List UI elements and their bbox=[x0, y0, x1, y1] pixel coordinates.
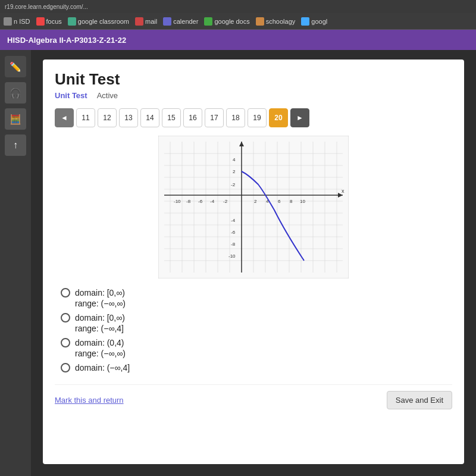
classroom-icon bbox=[68, 17, 76, 26]
header-title: HISD-Algebra II-A-P3013-Z-21-22 bbox=[7, 36, 126, 45]
radio-1[interactable] bbox=[61, 288, 70, 298]
svg-text:2: 2 bbox=[254, 199, 257, 204]
answer-option-2: domain: [0,∞) range: (−∞,4] bbox=[61, 313, 452, 333]
svg-text:-10: -10 bbox=[174, 199, 181, 204]
answer-option-1: domain: [0,∞) range: (−∞,∞) bbox=[61, 288, 452, 308]
mark-return-link[interactable]: Mark this and return bbox=[55, 396, 124, 405]
svg-text:-2: -2 bbox=[223, 199, 228, 204]
option-3-range: range: (−∞,∞) bbox=[75, 349, 452, 358]
nav-btn-19[interactable]: 19 bbox=[248, 108, 267, 127]
svg-text:-6: -6 bbox=[198, 199, 203, 204]
radio-2[interactable] bbox=[61, 313, 70, 322]
nav-btn-20[interactable]: 20 bbox=[269, 108, 288, 127]
option-1-range: range: (−∞,∞) bbox=[75, 299, 452, 308]
svg-text:-8: -8 bbox=[231, 242, 236, 247]
svg-text:-4: -4 bbox=[231, 218, 236, 223]
answer-options: domain: [0,∞) range: (−∞,∞) domain: [0,∞… bbox=[61, 288, 452, 372]
arrow-up-icon-btn[interactable]: ↑ bbox=[5, 134, 26, 156]
nav-btn-12[interactable]: 12 bbox=[98, 108, 117, 127]
left-sidebar: ✏️ 🎧 🧮 ↑ bbox=[0, 50, 31, 476]
bookmark-nisd-label: n ISD bbox=[14, 18, 30, 25]
bookmarks-bar: n ISD focus google classroom mail calend… bbox=[0, 13, 476, 30]
nav-btn-17[interactable]: 17 bbox=[205, 108, 224, 127]
option-4-domain: domain: (−∞,4] bbox=[75, 363, 130, 372]
browser-bar: r19.core.learn.edgenuity.com/... bbox=[0, 0, 476, 13]
mail-icon bbox=[135, 17, 143, 26]
pencil-icon-btn[interactable]: ✏️ bbox=[5, 56, 26, 77]
bookmark-docs[interactable]: google docs bbox=[204, 17, 249, 26]
prev-button[interactable]: ◄ bbox=[55, 108, 74, 127]
purple-header: HISD-Algebra II-A-P3013-Z-21-22 bbox=[0, 30, 476, 50]
nav-btn-13[interactable]: 13 bbox=[119, 108, 138, 127]
svg-text:-6: -6 bbox=[231, 230, 236, 235]
breadcrumb: Unit Test Active bbox=[55, 91, 452, 100]
headphones-icon-btn[interactable]: 🎧 bbox=[5, 82, 26, 104]
bookmark-docs-label: google docs bbox=[214, 18, 249, 25]
google-icon bbox=[301, 17, 309, 26]
svg-text:x: x bbox=[342, 188, 345, 194]
calculator-icon-btn[interactable]: 🧮 bbox=[5, 108, 26, 130]
bottom-bar: Mark this and return Save and Exit bbox=[55, 384, 452, 409]
bookmark-google-label: googl bbox=[311, 18, 327, 25]
docs-icon bbox=[204, 17, 212, 26]
radio-3[interactable] bbox=[61, 338, 70, 347]
option-1-domain: domain: [0,∞) bbox=[75, 288, 125, 298]
nav-btn-15[interactable]: 15 bbox=[162, 108, 181, 127]
bookmark-schoology[interactable]: schoolagy bbox=[256, 17, 296, 26]
calendar-icon bbox=[163, 17, 171, 26]
svg-text:-2: -2 bbox=[231, 182, 236, 187]
svg-text:8: 8 bbox=[290, 199, 293, 204]
svg-text:6: 6 bbox=[278, 199, 281, 204]
bookmark-nisd[interactable]: n ISD bbox=[4, 17, 30, 26]
page-title: Unit Test bbox=[55, 70, 452, 89]
bookmark-calendar-label: calender bbox=[173, 18, 198, 25]
bookmark-classroom-label: google classroom bbox=[78, 18, 129, 25]
schoology-icon bbox=[256, 17, 264, 26]
main-content: ✏️ 🎧 🧮 ↑ Unit Test Unit Test Active ◄ 11… bbox=[0, 50, 476, 476]
bookmark-google[interactable]: googl bbox=[301, 17, 327, 26]
save-exit-button[interactable]: Save and Exit bbox=[387, 391, 452, 409]
bookmark-focus-label: focus bbox=[46, 18, 62, 25]
graph-container: x -10 -8 -6 -4 -2 2 4 6 8 10 4 2 -2 bbox=[158, 136, 349, 278]
answer-option-4: domain: (−∞,4] bbox=[61, 363, 452, 372]
breadcrumb-link[interactable]: Unit Test bbox=[55, 91, 87, 100]
bookmark-mail[interactable]: mail bbox=[135, 17, 157, 26]
svg-text:4: 4 bbox=[233, 157, 236, 162]
nav-btn-11[interactable]: 11 bbox=[76, 108, 95, 127]
next-button[interactable]: ► bbox=[290, 108, 309, 127]
nav-btn-18[interactable]: 18 bbox=[226, 108, 245, 127]
focus-icon bbox=[36, 17, 45, 26]
svg-text:-10: -10 bbox=[228, 253, 236, 259]
bookmark-mail-label: mail bbox=[145, 18, 157, 25]
bookmark-classroom[interactable]: google classroom bbox=[68, 17, 129, 26]
white-card: Unit Test Unit Test Active ◄ 11 12 13 14… bbox=[43, 60, 464, 464]
breadcrumb-status: Active bbox=[97, 91, 118, 100]
nav-btn-14[interactable]: 14 bbox=[140, 108, 159, 127]
nav-btn-16[interactable]: 16 bbox=[183, 108, 202, 127]
nav-row: ◄ 11 12 13 14 15 16 17 18 19 20 ► bbox=[55, 108, 452, 127]
bookmark-schoology-label: schoolagy bbox=[266, 18, 296, 25]
graph-svg: x -10 -8 -6 -4 -2 2 4 6 8 10 4 2 -2 bbox=[158, 136, 349, 278]
svg-text:2: 2 bbox=[233, 169, 236, 174]
bookmark-focus[interactable]: focus bbox=[36, 17, 62, 26]
answer-option-3: domain: (0,4) range: (−∞,∞) bbox=[61, 338, 452, 358]
nisd-icon bbox=[4, 17, 12, 26]
svg-text:-4: -4 bbox=[210, 199, 215, 204]
option-2-range: range: (−∞,4] bbox=[75, 324, 452, 333]
option-3-domain: domain: (0,4) bbox=[75, 338, 124, 347]
svg-text:10: 10 bbox=[300, 199, 305, 204]
radio-4[interactable] bbox=[61, 363, 70, 372]
option-2-domain: domain: [0,∞) bbox=[75, 313, 125, 322]
right-content: Unit Test Unit Test Active ◄ 11 12 13 14… bbox=[31, 50, 476, 476]
svg-text:-8: -8 bbox=[186, 199, 191, 204]
bookmark-calendar[interactable]: calender bbox=[163, 17, 198, 26]
url-bar: r19.core.learn.edgenuity.com/... bbox=[5, 4, 471, 10]
